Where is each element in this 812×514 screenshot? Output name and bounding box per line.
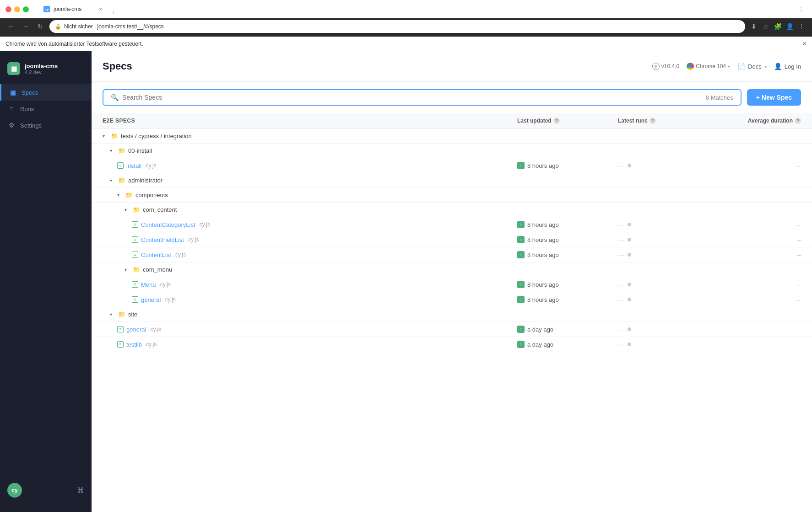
row-name: ≡ ContentFieldList.cy.js: [132, 236, 517, 243]
tree-row: ▾ 📁 tests / cypress / integration: [92, 129, 812, 144]
spec-name[interactable]: Menu: [141, 281, 156, 288]
tree-row[interactable]: ≡ Menu.cy.js ↑ 8 hours ago ··· --: [92, 277, 812, 292]
folder-toggle[interactable]: ▾: [103, 134, 108, 139]
tab-close-button[interactable]: ×: [99, 6, 102, 12]
profile-icon[interactable]: 👤: [785, 21, 795, 32]
forward-button[interactable]: →: [20, 21, 31, 32]
folder-name: com_menu: [143, 266, 172, 273]
active-tab[interactable]: cy joomla-cms ×: [36, 2, 109, 16]
search-matches: 8 Matches: [706, 94, 733, 101]
tree-row: ▾ 📁 com_content: [92, 203, 812, 217]
spec-name[interactable]: ContentFieldList: [141, 236, 184, 243]
updated-help-icon[interactable]: ?: [553, 118, 560, 124]
sidebar-item-specs[interactable]: ▦ Specs: [0, 84, 92, 101]
tree-row[interactable]: ≡ general.cy.js ↑ a day ago ··· --: [92, 322, 812, 337]
new-tab-button[interactable]: +: [111, 8, 115, 16]
brand-text: joomla-cms 4.2-dev: [25, 63, 58, 75]
update-icon: ↑: [517, 326, 525, 333]
folder-toggle[interactable]: ▾: [110, 148, 115, 153]
brand-version: 4.2-dev: [25, 70, 58, 75]
run-status-dot: [628, 298, 631, 301]
spec-name[interactable]: general: [141, 296, 161, 303]
folder-name: tests / cypress / integration: [121, 133, 192, 139]
version-badge[interactable]: ⚙ v10.4.0: [652, 63, 679, 70]
sidebar-item-settings[interactable]: ⚙ Settings: [0, 117, 92, 134]
spec-ext: .cy.js: [144, 162, 156, 169]
docs-link[interactable]: 📄 Docs ▾: [737, 63, 767, 70]
tree-row[interactable]: ≡ ContentCategoryList.cy.js ↑ 8 hours ag…: [92, 217, 812, 232]
tree-row[interactable]: ≡ general.cy.js ↑ 8 hours ago ··· --: [92, 292, 812, 307]
reload-button[interactable]: ↻: [35, 21, 46, 32]
new-spec-button[interactable]: + New Spec: [747, 89, 801, 106]
folder-toggle[interactable]: ▾: [125, 207, 130, 212]
folder-icon: 📁: [118, 147, 125, 154]
login-icon: 👤: [774, 63, 782, 70]
warning-close-button[interactable]: ×: [802, 40, 807, 48]
row-name: ▾ 📁 com_menu: [125, 266, 517, 273]
spec-name[interactable]: general: [126, 326, 146, 333]
row-updated: ↑ 8 hours ago: [517, 296, 618, 303]
update-icon: ↑: [517, 281, 525, 288]
browser-text: Chrome 104: [696, 63, 726, 70]
tree-row: ▾ 📁 00-install: [92, 144, 812, 158]
version-icon: ⚙: [652, 63, 660, 70]
brand-icon-inner: ▦: [11, 65, 17, 72]
file-icon: ≡: [132, 221, 138, 228]
browser-menu-button[interactable]: ⋮: [796, 4, 807, 15]
spec-ext: .cy.js: [163, 296, 175, 303]
spec-ext: .cy.js: [159, 281, 171, 288]
download-icon[interactable]: ⬇: [749, 21, 759, 32]
spec-name[interactable]: ContentList: [141, 252, 171, 258]
spec-ext: .cy.js: [145, 341, 157, 348]
addressbar-row: ← → ↻ 🔒 Nicht sicher | joomla-cms.test/_…: [0, 18, 812, 37]
extensions-icon[interactable]: 🧩: [773, 21, 783, 32]
tree-row[interactable]: ≡ ContentFieldList.cy.js ↑ 8 hours ago ·…: [92, 232, 812, 247]
spec-name[interactable]: ContentCategoryList: [141, 221, 195, 228]
row-runs: ···: [618, 281, 709, 288]
updated-text: 8 hours ago: [527, 221, 559, 228]
app-layout: ▦ joomla-cms 4.2-dev ▦ Specs ≡ Runs ⚙ Se…: [0, 51, 812, 512]
bookmark-icon[interactable]: ☆: [761, 21, 771, 32]
folder-toggle[interactable]: ▾: [110, 312, 115, 317]
tree-row[interactable]: ≡ install.cy.js ↑ 8 hours ago ··· --: [92, 158, 812, 173]
url-display: Nicht sicher | joomla-cms.test/__/#/spec…: [64, 23, 164, 30]
row-name: ≡ Menu.cy.js: [132, 281, 517, 288]
file-icon: ≡: [117, 162, 124, 169]
spec-name[interactable]: install: [126, 162, 141, 169]
sidebar-item-runs[interactable]: ≡ Runs: [0, 101, 92, 117]
run-dots-icon: ···: [618, 341, 626, 348]
minimize-dot[interactable]: [14, 6, 20, 12]
browser-more-button[interactable]: ⋮: [796, 21, 807, 32]
row-runs: ···: [618, 341, 709, 348]
maximize-dot[interactable]: [23, 6, 29, 12]
address-bar[interactable]: 🔒 Nicht sicher | joomla-cms.test/__/#/sp…: [49, 20, 745, 33]
cypress-logo: cy: [7, 483, 22, 498]
row-name: ▾ 📁 administrator: [110, 177, 517, 184]
runs-help-icon[interactable]: ?: [650, 118, 656, 124]
row-name: ≡ testlib.cy.js: [117, 341, 517, 348]
main-content: Specs ⚙ v10.4.0 Chrome 104 ▾ 📄 Docs ▾: [92, 51, 812, 512]
folder-toggle[interactable]: ▾: [125, 267, 130, 272]
folder-toggle[interactable]: ▾: [117, 193, 123, 198]
runs-icon: ≡: [7, 105, 16, 112]
row-name: ▾ 📁 components: [117, 192, 517, 198]
version-text: v10.4.0: [661, 63, 679, 70]
keyboard-shortcut-icon[interactable]: ⌘: [77, 486, 84, 495]
back-button[interactable]: ←: [5, 21, 16, 32]
tree-row[interactable]: ≡ ContentList.cy.js ↑ 8 hours ago ··· --: [92, 247, 812, 262]
run-dots-icon: ···: [618, 296, 626, 303]
run-dots-icon: ···: [618, 252, 626, 258]
sidebar-item-label-settings: Settings: [20, 122, 42, 129]
folder-toggle[interactable]: ▾: [110, 178, 115, 183]
folder-icon: 📁: [118, 177, 125, 184]
login-text: Log In: [785, 63, 801, 70]
search-input[interactable]: [122, 94, 702, 101]
browser-badge[interactable]: Chrome 104 ▾: [687, 63, 730, 70]
search-section: 🔍 8 Matches + New Spec: [92, 82, 812, 113]
tree-row[interactable]: ≡ testlib.cy.js ↑ a day ago ··· --: [92, 337, 812, 352]
run-status-dot: [628, 253, 631, 257]
duration-help-icon[interactable]: ?: [795, 118, 801, 124]
login-link[interactable]: 👤 Log In: [774, 63, 801, 70]
spec-name[interactable]: testlib: [126, 341, 142, 348]
close-dot[interactable]: [5, 6, 11, 12]
